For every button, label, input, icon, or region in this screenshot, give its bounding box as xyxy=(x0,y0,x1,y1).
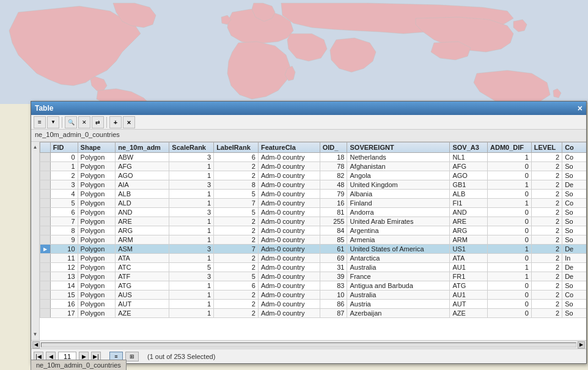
cell-type_col: De xyxy=(562,272,586,281)
col-adm0-dif[interactable]: ADM0_DIF xyxy=(488,142,532,153)
cell-level: 2 xyxy=(531,162,562,171)
clear-selection-button[interactable]: ✕ xyxy=(78,116,90,128)
cell-sovereignt: Netherlands xyxy=(347,153,450,162)
table-row[interactable]: 17PolygonAZE12Adm-0 country87AzerbaijanA… xyxy=(40,309,587,318)
cell-level: 2 xyxy=(531,153,562,162)
cell-labelrank: 6 xyxy=(214,281,259,290)
col-sov-a3[interactable]: SOV_A3 xyxy=(450,142,488,153)
col-level[interactable]: LEVEL xyxy=(531,142,562,153)
card-view-button[interactable]: ⊞ xyxy=(125,352,139,361)
options-button[interactable]: ≡ xyxy=(34,116,46,128)
cell-labelrank: 2 xyxy=(214,226,259,235)
cell-featurecla: Adm-0 country xyxy=(258,290,320,300)
cell-sov_a3: US1 xyxy=(450,245,488,254)
col-featurecla[interactable]: FeatureCla xyxy=(258,142,320,153)
cell-sov_a3: AND xyxy=(450,208,488,217)
cell-featurecla: Adm-0 country xyxy=(258,263,320,272)
cell-type_col: Co xyxy=(562,290,586,300)
table-row[interactable]: 12PolygonATC52Adm-0 country31AustraliaAU… xyxy=(40,263,587,272)
cell-sov_a3: AU1 xyxy=(450,290,488,300)
cell-level: 2 xyxy=(531,208,562,217)
delete-button[interactable]: × xyxy=(123,116,135,128)
col-ne10m[interactable]: ne_10m_adm xyxy=(116,142,169,153)
cell-fid: 3 xyxy=(50,180,78,190)
table-row[interactable]: 2PolygonAGO12Adm-0 country82AngolaAGO02S… xyxy=(40,171,587,180)
row-indicator-cell xyxy=(40,281,51,290)
scroll-right-arrow[interactable]: ▶ xyxy=(578,341,585,349)
scroll-up-arrow[interactable]: ▲ xyxy=(33,143,38,152)
table-row[interactable]: 15PolygonAUS12Adm-0 country10AustraliaAU… xyxy=(40,290,587,300)
cell-ne_10m_adm: AUT xyxy=(116,300,169,309)
cell-type_col: So xyxy=(562,190,586,199)
col-type[interactable]: Co xyxy=(562,142,586,153)
table-row[interactable]: 3PolygonAIA38Adm-0 country48United Kingd… xyxy=(40,180,587,190)
table-row[interactable]: 8PolygonARG12Adm-0 country84ArgentinaARG… xyxy=(40,226,587,235)
find-button[interactable]: 🔍 xyxy=(65,116,77,128)
data-table-container[interactable]: FID Shape ne_10m_adm ScaleRank LabelRank… xyxy=(40,142,586,340)
cell-sov_a3: AFG xyxy=(450,162,488,171)
row-indicator-cell xyxy=(40,226,51,235)
table-row[interactable]: 14PolygonATG16Adm-0 country83Antigua and… xyxy=(40,281,587,290)
cell-labelrank: 2 xyxy=(214,254,259,263)
cell-shape: Polygon xyxy=(78,217,116,226)
horizontal-scroll-track[interactable] xyxy=(41,342,576,347)
table-row[interactable]: 9PolygonARM12Adm-0 country85ArmeniaARM02… xyxy=(40,235,587,245)
cell-adm0_dif: 1 xyxy=(488,153,532,162)
cell-sovereignt: Andorra xyxy=(347,208,450,217)
cell-scalerank: 1 xyxy=(169,300,214,309)
cell-shape: Polygon xyxy=(78,300,116,309)
cell-sov_a3: FI1 xyxy=(450,199,488,208)
col-labelrank[interactable]: LabelRank xyxy=(214,142,259,153)
table-row[interactable]: 0PolygonABW36Adm-0 country18NetherlandsN… xyxy=(40,153,587,162)
table-row[interactable]: 7PolygonARE12Adm-0 country255United Arab… xyxy=(40,217,587,226)
cell-oid: 82 xyxy=(320,171,347,180)
table-row[interactable]: 13PolygonATF35Adm-0 country39FranceFR112… xyxy=(40,272,587,281)
table-row[interactable]: ▶10PolygonASM37Adm-0 country61United Sta… xyxy=(40,245,587,254)
cell-shape: Polygon xyxy=(78,190,116,199)
cell-level: 2 xyxy=(531,235,562,245)
cell-type_col: Co xyxy=(562,199,586,208)
table-row[interactable]: 5PolygonALD17Adm-0 country16FinlandFI112… xyxy=(40,199,587,208)
close-button[interactable]: × xyxy=(578,103,582,113)
col-oid[interactable]: OID_ xyxy=(320,142,347,153)
switch-button[interactable]: ⇄ xyxy=(92,116,104,128)
cell-ne_10m_adm: ASM xyxy=(116,245,169,254)
dropdown-button[interactable]: ▼ xyxy=(47,116,59,128)
cell-sovereignt: Afghanistan xyxy=(347,162,450,171)
cell-scalerank: 3 xyxy=(169,153,214,162)
table-row[interactable]: 16PolygonAUT12Adm-0 country86AustriaAUT0… xyxy=(40,300,587,309)
tab-label: ne_10m_admin_0_countries xyxy=(36,361,121,369)
cell-sov_a3: NL1 xyxy=(450,153,488,162)
cell-fid: 14 xyxy=(50,281,78,290)
left-scrollbar[interactable]: ▲ ▼ xyxy=(31,142,40,340)
table-row[interactable]: 1PolygonAFG12Adm-0 country78AfghanistanA… xyxy=(40,162,587,171)
col-fid[interactable]: FID xyxy=(50,142,78,153)
add-field-button[interactable]: + xyxy=(109,116,122,128)
row-indicator-cell xyxy=(40,199,51,208)
cell-scalerank: 1 xyxy=(169,217,214,226)
cell-oid: 255 xyxy=(320,217,347,226)
cell-level: 2 xyxy=(531,263,562,272)
table-row[interactable]: 11PolygonATA12Adm-0 country69AntarcticaA… xyxy=(40,254,587,263)
row-indicator-cell xyxy=(40,190,51,199)
cell-sov_a3: FR1 xyxy=(450,272,488,281)
horizontal-scrollbar[interactable]: ◀ ▶ xyxy=(31,340,586,349)
col-scalerank[interactable]: ScaleRank xyxy=(169,142,214,153)
cell-shape: Polygon xyxy=(78,226,116,235)
table-row[interactable]: 6PolygonAND35Adm-0 country81AndorraAND02… xyxy=(40,208,587,217)
cell-level: 2 xyxy=(531,290,562,300)
cell-shape: Polygon xyxy=(78,263,116,272)
cell-featurecla: Adm-0 country xyxy=(258,180,320,190)
row-indicator-cell: ▶ xyxy=(40,245,51,254)
cell-sov_a3: AGO xyxy=(450,171,488,180)
table-row[interactable]: 4PolygonALB15Adm-0 country79AlbaniaALB02… xyxy=(40,190,587,199)
cell-labelrank: 2 xyxy=(214,300,259,309)
col-shape[interactable]: Shape xyxy=(78,142,116,153)
cell-adm0_dif: 0 xyxy=(488,217,532,226)
cell-ne_10m_adm: ATC xyxy=(116,263,169,272)
col-sovereignt[interactable]: SOVEREIGNT xyxy=(347,142,450,153)
cell-oid: 31 xyxy=(320,263,347,272)
scroll-down-arrow[interactable]: ▼ xyxy=(33,330,38,339)
layer-tab[interactable]: ne_10m_admin_0_countries xyxy=(31,360,127,370)
scroll-left-arrow[interactable]: ◀ xyxy=(32,341,40,349)
